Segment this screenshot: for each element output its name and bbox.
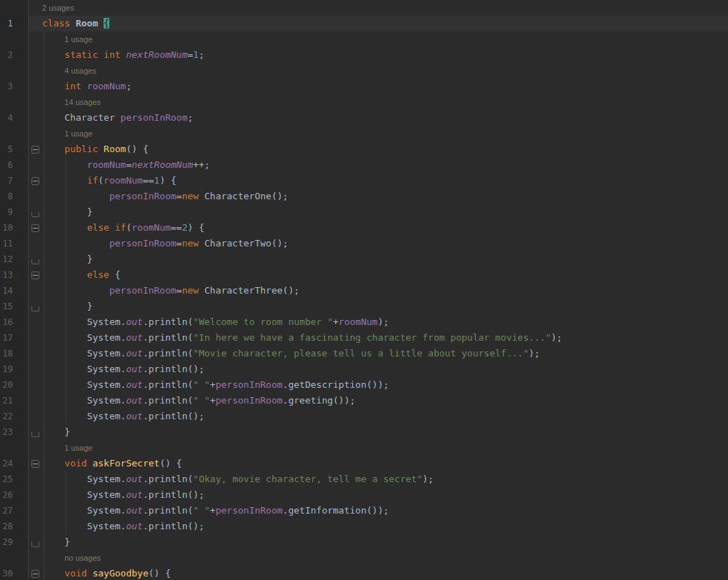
line-number[interactable]: 9 [0,204,29,220]
line-number[interactable]: 7 [0,173,29,189]
collapse-icon[interactable] [31,224,39,232]
code-line[interactable]: System.out.println(" "+personInRoom.gree… [42,393,355,409]
code-line[interactable]: } [42,251,92,267]
token-d: = [176,238,182,249]
line-number[interactable]: 12 [0,251,29,267]
code-line[interactable]: System.out.println(); [42,487,204,503]
fold-marker-close[interactable] [29,534,42,550]
line-number[interactable]: 28 [0,519,29,534]
usage-hint[interactable]: 14 usages [64,94,101,110]
line-number[interactable]: 15 [0,299,29,314]
code-line[interactable]: personInRoom=new CharacterThree(); [42,283,299,299]
usage-hint[interactable]: 2 usages [42,0,74,16]
code-line[interactable]: int roomNum; [42,79,131,94]
line-number[interactable]: 17 [0,330,29,346]
code-line[interactable]: else { [42,267,121,283]
collapse-icon[interactable] [31,177,39,185]
code-line[interactable]: static int nextRoomNum=1; [42,47,204,63]
fold-end-icon[interactable] [31,306,39,311]
token-s: "Okay, movie character, tell me a secret… [193,474,422,484]
token-d: CharacterTwo(); [199,238,288,249]
code-line[interactable]: System.out.println("Welcome to room numb… [42,314,389,330]
collapse-icon[interactable] [31,271,39,279]
usage-hint[interactable]: 1 usage [64,126,92,141]
line-number[interactable]: 21 [0,393,29,409]
line-number[interactable]: 6 [0,157,29,173]
line-number[interactable]: 13 [0,267,29,283]
fold-marker-open[interactable] [29,173,42,189]
code-line[interactable]: class Room { [42,16,109,31]
line-number[interactable]: 20 [0,377,29,393]
line-number[interactable]: 4 [0,110,29,126]
fold-column [29,0,42,16]
fold-end-icon[interactable] [31,259,39,264]
line-number[interactable]: 26 [0,487,29,503]
line-number[interactable]: 18 [0,346,29,361]
code-line[interactable]: personInRoom=new CharacterTwo(); [42,236,288,251]
line-number[interactable]: 30 [0,566,29,580]
code-line[interactable]: System.out.println(" "+personInRoom.getI… [42,503,389,519]
usage-hint[interactable]: 1 usage [64,440,92,456]
line-number[interactable]: 22 [0,409,29,424]
fold-marker-open[interactable] [29,220,42,236]
code-line[interactable]: System.out.println(); [42,409,204,424]
fold-marker-open[interactable] [29,141,42,157]
editor-row: 28 System.out.println(); [0,519,728,534]
code-line[interactable]: Character personInRoom; [42,110,193,126]
line-number[interactable]: 5 [0,141,29,157]
code-line[interactable]: public Room() { [42,141,149,157]
token-d: .println(); [143,411,204,421]
line-number[interactable]: 27 [0,503,29,519]
line-number[interactable]: 19 [0,361,29,377]
line-number[interactable]: 25 [0,471,29,487]
fold-marker-open[interactable] [29,566,42,580]
code-line[interactable]: System.out.println(); [42,519,204,534]
code-line[interactable]: } [42,534,70,550]
fold-column [29,393,42,409]
fold-marker-open[interactable] [29,267,42,283]
token-k: public [64,144,98,154]
code-line[interactable]: else if(roomNum==2) { [42,220,204,236]
code-line[interactable]: } [42,424,70,440]
fold-end-icon[interactable] [31,432,39,437]
code-line[interactable]: System.out.println(" "+personInRoom.getD… [42,377,389,393]
collapse-icon[interactable] [31,460,39,468]
code-line[interactable]: System.out.println(); [42,361,204,377]
line-number[interactable]: 24 [0,456,29,471]
fold-end-icon[interactable] [31,212,39,217]
code-line[interactable]: personInRoom=new CharacterOne(); [42,189,288,204]
line-number[interactable]: 23 [0,424,29,440]
code-line[interactable]: void sayGoodbye() { [42,566,171,580]
token-k: void [64,568,86,579]
fold-marker-open[interactable] [29,456,42,471]
line-number[interactable]: 29 [0,534,29,550]
usage-hint[interactable]: no usages [64,550,101,566]
fold-marker-close[interactable] [29,251,42,267]
code-line[interactable]: System.out.println("Movie character, ple… [42,346,540,361]
code-line[interactable]: } [42,204,92,220]
code-line[interactable]: roomNum=nextRoomNum++; [42,157,210,173]
fold-marker-close[interactable] [29,424,42,440]
collapse-icon[interactable] [31,146,39,154]
code-line[interactable]: System.out.println("Okay, movie characte… [42,471,434,487]
usage-hint[interactable]: 1 usage [64,31,92,47]
line-number[interactable]: 16 [0,314,29,330]
fold-marker-close[interactable] [29,204,42,220]
line-number[interactable]: 10 [0,220,29,236]
line-number[interactable]: 1 [0,16,29,31]
fold-marker-close[interactable] [29,299,42,314]
code-line[interactable]: if(roomNum==1) { [42,173,176,189]
editor-row: 11 personInRoom=new CharacterTwo(); [0,236,728,251]
line-number[interactable]: 14 [0,283,29,299]
line-number[interactable]: 2 [0,47,29,63]
code-line[interactable]: System.out.println("In here we have a fa… [42,330,562,346]
collapse-icon[interactable] [31,570,39,578]
token-d: .println( [143,332,193,343]
line-number[interactable]: 8 [0,189,29,204]
code-line[interactable]: } [42,299,92,314]
line-number[interactable]: 11 [0,236,29,251]
code-line[interactable]: void askForSecret() { [42,456,182,471]
fold-end-icon[interactable] [31,542,39,547]
usage-hint[interactable]: 4 usages [64,63,96,79]
line-number[interactable]: 3 [0,79,29,94]
